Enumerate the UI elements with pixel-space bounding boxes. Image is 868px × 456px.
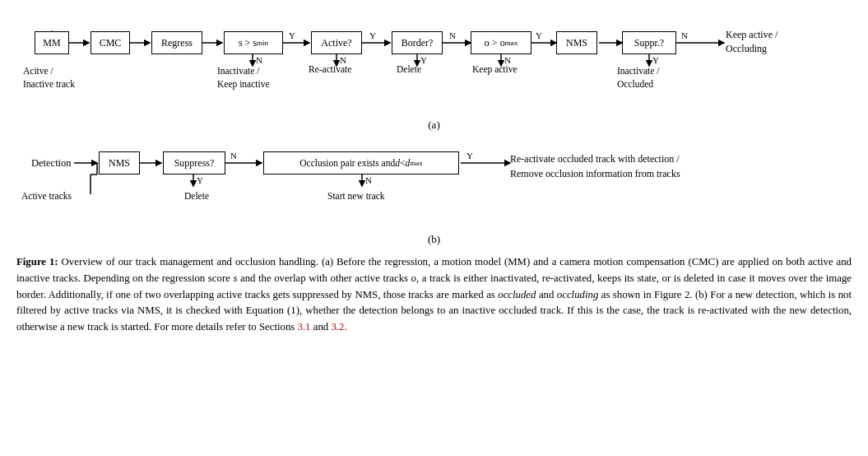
label-keepactive: Keep active xyxy=(472,64,518,74)
box-suppr: Suppr.? xyxy=(622,31,676,54)
diagram-a-svg: Y Y N Y N N N Y N xyxy=(16,8,852,115)
box-regress: Regress xyxy=(151,31,202,54)
svg-text:Y: Y xyxy=(289,30,295,40)
diagram-a: Y Y N Y N N N Y N xyxy=(16,8,852,115)
box-active: Active? xyxy=(311,31,362,54)
svg-text:N: N xyxy=(230,151,237,161)
label-reactivate: Re-activate xyxy=(309,64,351,74)
svg-text:Y: Y xyxy=(466,151,473,161)
svg-text:Y: Y xyxy=(420,55,427,65)
box-occpair: Occlusion pair exists and d < dmax xyxy=(263,151,459,174)
label-inactivate-occ: Inactivate /Occluded xyxy=(617,64,659,91)
box-nms-b: NMS xyxy=(99,151,140,174)
box-nms-a: NMS xyxy=(556,31,597,54)
label-delete-a: Delete xyxy=(397,64,421,74)
caption-text-end: . xyxy=(344,321,346,333)
svg-text:N: N xyxy=(681,30,688,40)
svg-text:Y: Y xyxy=(197,175,203,185)
caption-text-and: and xyxy=(311,321,332,333)
svg-text:Y: Y xyxy=(369,30,376,40)
label-delete-b: Delete xyxy=(184,191,209,201)
label-active-tracks: Active tracks xyxy=(21,191,72,201)
label-detection: Detection xyxy=(31,157,72,170)
svg-text:Y: Y xyxy=(536,30,542,40)
box-mm: MM xyxy=(35,31,69,54)
label-inactivate: Inactivate /Keep inactive xyxy=(217,64,270,91)
diagram-b-svg: N Y Y N xyxy=(16,135,852,230)
box-cmc: CMC xyxy=(91,31,130,54)
end-label-b: Re-activate occluded track with detectio… xyxy=(510,151,680,181)
figure-caption: Figure 1: Overview of our track manageme… xyxy=(0,249,868,336)
label-acitve: Acitve /Inactive track xyxy=(23,64,75,91)
figure-label: Figure 1: xyxy=(16,256,58,268)
diagram-b: N Y Y N Detection NMS Suppress? Occlusio… xyxy=(16,135,852,230)
svg-text:N: N xyxy=(365,175,372,185)
box-suppress: Suppress? xyxy=(163,151,225,174)
diagram-b-label: (b) xyxy=(16,233,852,246)
caption-text-1: Overview of our track management and occ… xyxy=(16,256,852,333)
box-smin: s > smin xyxy=(224,31,283,54)
link-section-32: 3.2 xyxy=(331,321,344,333)
label-start-new-track: Start new track xyxy=(327,191,385,201)
box-border: Border? xyxy=(392,31,443,54)
link-section-31: 3.1 xyxy=(298,321,311,333)
svg-text:N: N xyxy=(449,30,456,40)
end-label-a: Keep active /Occluding xyxy=(726,28,777,56)
box-omax: o > omax xyxy=(471,31,531,54)
diagram-a-label: (a) xyxy=(16,119,852,132)
